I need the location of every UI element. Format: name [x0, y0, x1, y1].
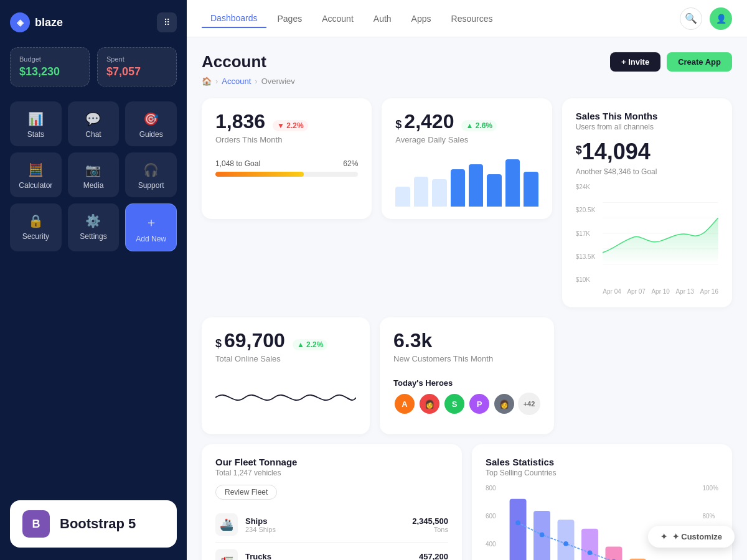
page-actions: + Invite Create App: [610, 52, 732, 72]
tab-account[interactable]: Account: [313, 10, 362, 27]
tab-dashboards[interactable]: Dashboards: [202, 9, 266, 28]
chat-icon: 💬: [85, 111, 101, 126]
tab-auth[interactable]: Auth: [365, 10, 400, 27]
sidebar-item-stats[interactable]: 📊 Stats: [10, 101, 62, 146]
svg-rect-9: [605, 547, 622, 560]
sales-goal-text: Another $48,346 to Goal: [576, 167, 718, 176]
daily-sales-label: Average Daily Sales: [395, 135, 538, 144]
spent-value: $7,057: [106, 65, 167, 78]
fleet-subtitle: Total 1,247 vehicles: [215, 469, 448, 477]
sidebar-item-label: Settings: [80, 232, 106, 241]
menu-icon[interactable]: ⠿: [157, 12, 177, 32]
security-icon: 🔒: [28, 213, 44, 228]
user-avatar[interactable]: 👤: [710, 7, 732, 30]
sidebar: ◈ blaze ⠿ Budget $13,230 Spent $7,057 📊 …: [0, 0, 187, 560]
sidebar-item-chat[interactable]: 💬 Chat: [68, 101, 120, 146]
sidebar-item-settings[interactable]: ⚙️ Settings: [68, 203, 120, 251]
chart-x-axis: Apr 04 Apr 07 Apr 10 Apr 13 Apr 16: [603, 288, 718, 295]
fleet-card: Our Fleet Tonnage Total 1,247 vehicles R…: [202, 444, 462, 560]
search-button[interactable]: 🔍: [680, 7, 702, 30]
bootstrap-badge: B Bootstrap 5: [10, 500, 177, 548]
add-new-icon: ＋: [145, 214, 157, 231]
bar-1: [395, 187, 410, 207]
wavy-chart: [215, 376, 356, 422]
sales-stats-title: Sales Statistics: [486, 457, 718, 467]
goal-bar-track: [215, 172, 358, 177]
fleet-value: 457,200 Tons: [419, 552, 448, 560]
orders-badge: ▼ 2.2%: [273, 120, 308, 131]
sidebar-item-label: Media: [83, 181, 104, 190]
online-sales-badge: ▲ 2.2%: [293, 339, 328, 350]
topnav: Dashboards Pages Account Auth Apps Resou…: [187, 0, 747, 37]
bar-8: [524, 172, 538, 207]
orders-label: Orders This Month: [215, 135, 358, 144]
goal-pct: 62%: [343, 159, 358, 168]
bar-chart-area: [504, 485, 695, 560]
online-dollar: $: [215, 337, 222, 350]
sidebar-item-support[interactable]: 🎧 Support: [125, 152, 177, 197]
bar-5: [469, 164, 483, 207]
bootstrap-text: Bootstrap 5: [60, 516, 136, 532]
create-app-button[interactable]: Create App: [667, 52, 732, 72]
page-title: Account: [202, 52, 266, 72]
svg-point-12: [515, 520, 520, 525]
sidebar-item-label: Security: [22, 232, 49, 241]
goal-bar: 1,048 to Goal 62%: [215, 159, 358, 177]
stats-icon: 📊: [28, 111, 44, 126]
budget-value: $13,230: [19, 65, 80, 78]
sales-dollar: $: [576, 144, 582, 157]
tab-apps[interactable]: Apps: [403, 10, 440, 27]
review-fleet-button[interactable]: Review Fleet: [215, 485, 277, 500]
customers-value: 6.3k: [393, 329, 432, 352]
bar-4: [451, 169, 465, 207]
sidebar-item-guides[interactable]: 🎯 Guides: [125, 101, 177, 146]
customize-button[interactable]: ✦ ✦ Customize: [648, 526, 735, 548]
orders-value: 1,836: [215, 111, 265, 133]
fleet-row-ships: 🚢 Ships 234 Ships 2,345,500 Tons: [215, 507, 448, 543]
goal-bar-fill: [215, 172, 304, 177]
logo: ◈ blaze: [10, 12, 63, 32]
online-sales-card: $ 69,700 ▲ 2.2% Total Online Sales: [202, 317, 370, 434]
sidebar-item-add-new[interactable]: ＋ Add New: [125, 203, 177, 251]
sidebar-item-label: Guides: [139, 130, 163, 139]
tab-resources[interactable]: Resources: [443, 10, 502, 27]
sales-stats-svg: [504, 485, 695, 560]
invite-button[interactable]: + Invite: [610, 52, 660, 72]
sidebar-item-label: Calculator: [19, 181, 52, 190]
settings-icon: ⚙️: [85, 213, 101, 228]
hero-avatar-4: P: [468, 393, 491, 415]
media-icon: 📷: [85, 162, 101, 177]
daily-sales-badge: ▲ 2.6%: [461, 120, 497, 131]
heroes-title: Today's Heroes: [393, 378, 540, 388]
heroes-avatars: A 👩 S P 👩 +42: [393, 393, 540, 415]
daily-sales-value: 2,420: [404, 111, 454, 133]
page-content: Account + Invite Create App 🏠 › Account …: [187, 37, 747, 560]
ships-name: Ships: [245, 516, 405, 526]
tab-pages[interactable]: Pages: [269, 10, 311, 27]
nav-grid: 📊 Stats 💬 Chat 🎯 Guides 🧮 Calculator 📷 M…: [10, 101, 177, 251]
customers-card: 6.3k New Customers This Month Today's He…: [380, 317, 554, 434]
calculator-icon: 🧮: [28, 162, 44, 177]
breadcrumb-account[interactable]: Account: [222, 77, 251, 86]
trucks-icon: 🚛: [215, 549, 238, 560]
svg-rect-7: [557, 520, 574, 560]
sales-month-sub: Users from all channels: [576, 123, 718, 131]
hero-more: +42: [518, 393, 540, 415]
customers-label: New Customers This Month: [393, 354, 540, 363]
bootstrap-icon: B: [22, 510, 50, 538]
bar-7: [505, 159, 520, 207]
sales-stats-sub: Top Selling Countries: [486, 469, 718, 477]
hero-avatar-5: 👩: [493, 393, 515, 415]
dollar-prefix: $: [395, 118, 402, 131]
app-name: blaze: [35, 16, 63, 29]
sidebar-item-media[interactable]: 📷 Media: [68, 152, 120, 197]
hero-avatar-3: S: [443, 393, 466, 415]
sales-month-value: $14,094: [576, 139, 718, 165]
sales-line-chart: $24K $20.5K $17K $13.5K $10K: [576, 184, 718, 295]
bar-6: [487, 174, 501, 207]
sidebar-item-security[interactable]: 🔒 Security: [10, 203, 62, 251]
sidebar-item-calculator[interactable]: 🧮 Calculator: [10, 152, 62, 197]
page-title-text: Account: [202, 52, 266, 72]
fleet-title: Our Fleet Tonnage: [215, 457, 448, 467]
sales-month-card: Sales This Months Users from all channel…: [562, 98, 732, 307]
